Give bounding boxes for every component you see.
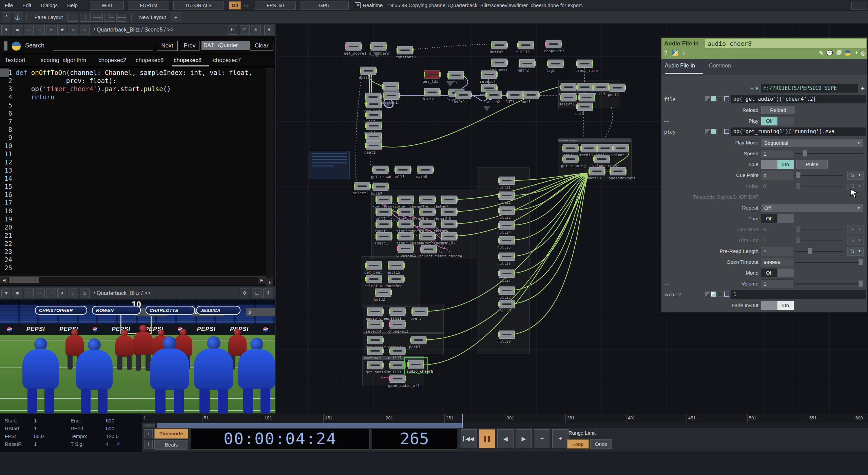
node-chopexec1[interactable]	[545, 40, 562, 48]
param-expression-field[interactable]: 1	[731, 290, 866, 299]
param-expression-field[interactable]: op('get_running1')['running'].eva	[731, 127, 866, 136]
param-dropdown[interactable]: Off▼	[761, 203, 864, 212]
node-timer_cheer3[interactable]	[398, 220, 414, 229]
pane-stop-icon[interactable]: ■	[13, 25, 22, 35]
node-null12[interactable]	[518, 41, 534, 50]
gpu-button[interactable]: GPU	[300, 1, 349, 10]
flag-language[interactable]	[705, 292, 710, 297]
param-slider-handle[interactable]	[796, 172, 801, 178]
node-null22[interactable]	[499, 191, 515, 200]
node-volume_const[interactable]	[594, 155, 610, 163]
dat-path-field[interactable]: DAT: /Quarter	[201, 41, 250, 50]
vertical-scrollbar[interactable]: ▲	[266, 68, 274, 286]
node-game_audio_off[interactable]	[389, 374, 406, 383]
node-out1[interactable]	[523, 91, 539, 99]
param-value-field[interactable]: 0	[761, 171, 793, 180]
node-timer_cheer4[interactable]	[398, 232, 414, 241]
node-hold2[interactable]	[375, 288, 391, 297]
pause-button[interactable]	[479, 429, 495, 448]
node-s_numbers[interactable]	[370, 42, 387, 51]
help-icon[interactable]: ?	[664, 50, 668, 56]
info-value[interactable]: 1	[34, 418, 37, 423]
param-tab-common[interactable]: Common	[709, 63, 731, 69]
node-logic1[interactable]	[376, 232, 392, 241]
param-expression-field[interactable]: op('get_audio')['cheer4',2]	[731, 95, 866, 103]
param-unit-dropdown[interactable]: S▼	[847, 247, 864, 256]
param-toggle[interactable]: Off	[761, 214, 794, 223]
node-select_audio_keep[interactable]	[366, 275, 382, 283]
node-blue2[interactable]	[424, 88, 440, 97]
back-icon[interactable]: ⇦	[24, 25, 34, 35]
node-get_audio2[interactable]	[367, 361, 383, 370]
param-slider-track[interactable]	[795, 240, 843, 241]
loop-button[interactable]: Loop	[567, 439, 589, 449]
forward-icon[interactable]: ⇨	[35, 289, 45, 298]
editor-pane-path[interactable]: / Quarterback_Blitz / Scene5 / >>	[94, 27, 228, 33]
pane-menu-icon[interactable]: ▼	[1, 289, 11, 298]
menu-help[interactable]: Help	[67, 2, 78, 8]
drag-handle[interactable]	[4, 41, 7, 51]
node-null27[interactable]	[499, 269, 515, 278]
node-select9[interactable]	[367, 347, 383, 355]
menu-dialogs[interactable]: Dialogs	[41, 2, 58, 8]
node-switch2[interactable]	[486, 91, 502, 99]
file-path-field[interactable]: F:/PROJECTS/PEPSICO_SUPE	[761, 84, 858, 93]
node-lag11[interactable]	[597, 144, 613, 153]
home-icon[interactable]: ⌂	[80, 289, 90, 298]
tab-Textport[interactable]: Textport	[5, 57, 25, 64]
node-null15[interactable]	[388, 261, 404, 270]
menu-file[interactable]: File	[5, 2, 13, 8]
python-help-icon[interactable]: ?	[672, 50, 678, 56]
node-math8[interactable]	[441, 207, 457, 216]
param-slider-handle[interactable]	[796, 237, 801, 243]
new-layout-add-button[interactable]: +	[171, 13, 180, 22]
node-select4[interactable]	[367, 320, 383, 329]
node-null23[interactable]	[499, 206, 515, 215]
flag-expression[interactable]	[711, 129, 716, 134]
scroll-right-icon[interactable]: ▶	[258, 277, 266, 283]
node-lag3[interactable]	[441, 195, 457, 204]
comment-icon[interactable]: 💬	[826, 50, 833, 56]
info-value[interactable]: 1	[34, 425, 37, 431]
node-audiodevout1[interactable]	[610, 167, 626, 176]
info-icon[interactable]: i	[683, 50, 684, 56]
node-select7[interactable]	[481, 70, 497, 79]
layout-preset-three[interactable]	[104, 13, 115, 22]
node-null25[interactable]	[499, 236, 515, 245]
search-icon[interactable]: ⌕	[69, 25, 78, 35]
info-value[interactable]: 600	[106, 425, 114, 431]
param-value-field[interactable]: 1	[761, 247, 793, 256]
node-volume[interactable]	[613, 144, 629, 153]
drop-icon[interactable]: ⇩	[251, 25, 261, 35]
node-timer_cheer1[interactable]	[398, 195, 414, 204]
tab-chopexec6[interactable]: chopexec6	[136, 57, 163, 64]
fps-button[interactable]: FPS 60	[255, 1, 296, 10]
node-get_l3d[interactable]	[424, 70, 440, 79]
pencil-icon[interactable]: ✎	[819, 50, 824, 56]
node-beat1[interactable]	[366, 141, 382, 150]
search-prev-button[interactable]: Prev	[180, 41, 199, 51]
scroll-thumb[interactable]	[9, 277, 39, 283]
anchor-icon[interactable]: ⚓	[13, 13, 22, 22]
param-slider-track[interactable]	[795, 283, 863, 284]
pane-menu-icon[interactable]: ▼	[1, 25, 11, 35]
node-hold1[interactable]	[366, 132, 382, 141]
node-over2[interactable]	[448, 71, 464, 80]
flag-expression[interactable]	[711, 292, 716, 297]
node-constant2[interactable]	[397, 46, 413, 55]
search-clear-button[interactable]: Clear	[250, 41, 273, 51]
bookmark-icon[interactable]: ★	[57, 25, 67, 35]
param-value-field[interactable]: 1	[761, 279, 793, 288]
node-null3[interactable]	[366, 111, 382, 119]
node-cross_ride[interactable]	[577, 59, 593, 68]
param-toggle[interactable]: On	[761, 301, 794, 310]
once-button[interactable]: Once	[590, 439, 612, 449]
node-null30[interactable]	[499, 330, 515, 339]
scroll-up-icon[interactable]: ▲	[266, 278, 273, 286]
menu-edit[interactable]: Edit	[22, 2, 31, 8]
node-out2[interactable]	[577, 102, 593, 111]
node-null24[interactable]	[499, 221, 515, 230]
node-get_scene_active[interactable]	[367, 336, 383, 344]
param-unit-dropdown[interactable]: S▼	[847, 171, 864, 180]
node-lag12[interactable]	[577, 83, 593, 92]
